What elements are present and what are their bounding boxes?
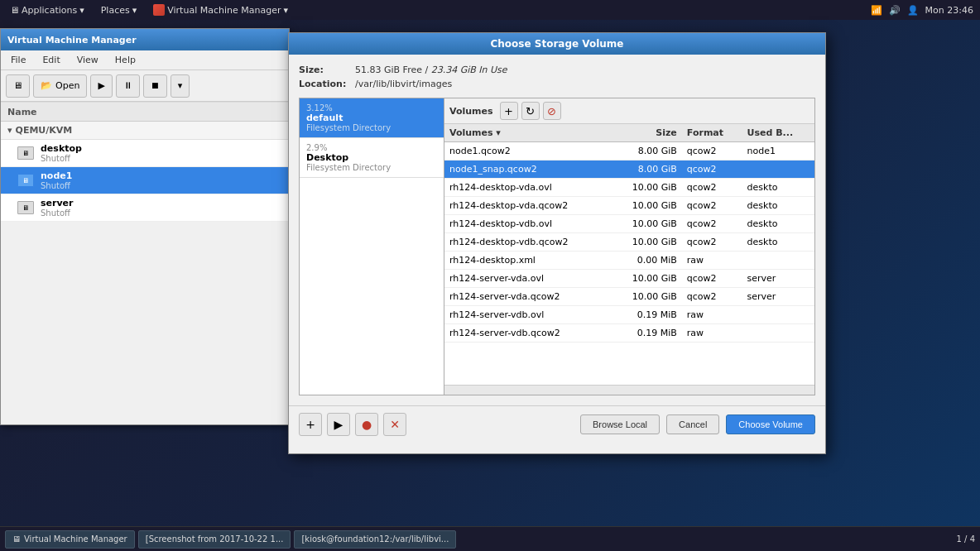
taskbar-screenshot-label: [Screenshot from 2017-10-22 1... xyxy=(146,534,284,544)
vol-format: qcow2 xyxy=(682,288,742,306)
places-menu[interactable]: Places ▾ xyxy=(98,3,141,17)
vm-desktop-info: desktop Shutoff xyxy=(41,143,82,163)
storage-dialog: Choose Storage Volume Size: 51.83 GiB Fr… xyxy=(288,32,826,454)
vol-used: deskto xyxy=(742,215,814,233)
vol-name: rh124-desktop-vda.ovl xyxy=(444,179,611,197)
record-button[interactable]: ● xyxy=(355,413,378,436)
cancel-device-button[interactable]: ✕ xyxy=(383,413,406,436)
vm-node1-name: node1 xyxy=(41,170,72,181)
volumes-data-table: Volumes ▾ Size Format Used B... node1.qc… xyxy=(444,124,814,343)
table-row[interactable]: rh124-desktop-vda.ovl 10.00 GiB qcow2 de… xyxy=(444,179,814,197)
add-volume-button[interactable]: + xyxy=(500,102,518,120)
vol-size: 10.00 GiB xyxy=(611,215,682,233)
clock: Mon 23:46 xyxy=(925,5,973,16)
vm-item-desktop[interactable]: 🖥 desktop Shutoff xyxy=(1,140,289,167)
vmm-window-title: Virtual Machine Manager xyxy=(7,35,137,46)
vol-size: 0.00 MiB xyxy=(611,252,682,270)
scrollbar[interactable] xyxy=(444,385,814,395)
volumes-label: Volumes xyxy=(449,106,493,117)
vol-format: qcow2 xyxy=(682,179,742,197)
dialog-body: Size: 51.83 GiB Free / 23.34 GiB In Use … xyxy=(289,55,825,405)
vol-name: rh124-server-vdb.qcow2 xyxy=(444,324,611,343)
table-row[interactable]: node1.qcow2 8.00 GiB qcow2 node1 xyxy=(444,142,814,161)
taskbar-vmm[interactable]: 🖥 Virtual Machine Manager xyxy=(5,530,135,549)
pause-icon: ⏸ xyxy=(123,80,132,91)
col-header-format[interactable]: Format xyxy=(682,124,742,142)
pool-item-default[interactable]: 3.12% default Filesystem Directory xyxy=(300,98,444,138)
vmm-menu[interactable]: Virtual Machine Manager ▾ xyxy=(150,2,291,17)
vol-format: qcow2 xyxy=(682,215,742,233)
table-header: Volumes ▾ Size Format Used B... xyxy=(444,124,814,142)
vm-desktop-name: desktop xyxy=(41,143,82,154)
menu-edit[interactable]: Edit xyxy=(36,53,66,67)
table-row[interactable]: rh124-desktop.xml 0.00 MiB raw xyxy=(444,252,814,270)
taskbar: 🖥 Virtual Machine Manager [Screenshot fr… xyxy=(0,526,980,551)
applications-arrow: ▾ xyxy=(79,5,84,16)
table-row[interactable]: rh124-desktop-vdb.ovl 10.00 GiB qcow2 de… xyxy=(444,215,814,233)
table-row[interactable]: rh124-server-vdb.ovl 0.19 MiB raw xyxy=(444,306,814,324)
delete-volume-button[interactable]: ⊘ xyxy=(543,102,561,120)
vm-item-server[interactable]: 🖥 server Shutoff xyxy=(1,194,289,222)
vol-format: raw xyxy=(682,252,742,270)
system-bar: 🖥 Applications ▾ Places ▾ Virtual Machin… xyxy=(0,0,980,20)
pool-item-desktop[interactable]: 2.9% Desktop Filesystem Directory xyxy=(300,138,444,178)
browse-local-button[interactable]: Browse Local xyxy=(580,414,660,434)
vol-used: server xyxy=(742,288,814,306)
taskbar-terminal[interactable]: [kiosk@foundation12:/var/lib/libvi... xyxy=(294,530,456,549)
location-label: Location: xyxy=(299,79,348,89)
vmm-window: Virtual Machine Manager File Edit View H… xyxy=(0,28,290,425)
open-button[interactable]: 📂 Open xyxy=(33,74,87,98)
places-arrow: ▾ xyxy=(132,5,137,16)
vm-item-node1[interactable]: 🖥 node1 Shutoff xyxy=(1,167,289,194)
table-row[interactable]: node1_snap.qcow2 8.00 GiB qcow2 xyxy=(444,161,814,179)
vm-desktop-status: Shutoff xyxy=(41,154,82,163)
menu-view[interactable]: View xyxy=(70,53,105,67)
menu-help[interactable]: Help xyxy=(108,53,142,67)
vm-group-arrow: ▾ xyxy=(7,125,12,136)
taskbar-screenshot[interactable]: [Screenshot from 2017-10-22 1... xyxy=(138,530,291,549)
vm-desktop-icon: 🖥 xyxy=(17,146,34,160)
dialog-footer: + ▶ ● ✕ Browse Local Cancel Choose Volum… xyxy=(289,405,825,443)
vol-format: raw xyxy=(682,306,742,324)
run-button[interactable]: ▶ xyxy=(90,74,112,98)
vmm-titlebar: Virtual Machine Manager xyxy=(1,29,289,50)
vol-name: rh124-desktop-vdb.qcow2 xyxy=(444,233,611,252)
table-row[interactable]: rh124-desktop-vda.qcow2 10.00 GiB qcow2 … xyxy=(444,197,814,215)
add-device-button[interactable]: + xyxy=(299,413,322,436)
vm-node1-icon: 🖥 xyxy=(17,174,34,187)
col-header-used[interactable]: Used B... xyxy=(742,124,814,142)
applications-menu[interactable]: 🖥 Applications ▾ xyxy=(7,3,88,17)
refresh-volume-button[interactable]: ↻ xyxy=(521,102,540,120)
choose-volume-button[interactable]: Choose Volume xyxy=(726,414,815,434)
dialog-title: Choose Storage Volume xyxy=(490,38,623,50)
action-buttons: Browse Local Cancel Choose Volume xyxy=(580,414,815,434)
more-icon: ▾ xyxy=(178,80,183,91)
vol-used xyxy=(742,324,814,343)
wifi-icon: 📶 xyxy=(871,5,882,16)
table-row[interactable]: rh124-server-vda.qcow2 10.00 GiB qcow2 s… xyxy=(444,288,814,306)
pause-button[interactable]: ⏸ xyxy=(116,74,140,98)
pool-desktop-percent: 2.9% xyxy=(306,143,437,152)
cancel-button[interactable]: Cancel xyxy=(666,414,719,434)
volumes-table: Volumes ▾ Size Format Used B... node1.qc… xyxy=(444,124,814,385)
vol-size: 0.19 MiB xyxy=(611,306,682,324)
vm-node1-status: Shutoff xyxy=(41,181,72,190)
col-header-size[interactable]: Size xyxy=(611,124,682,142)
vol-format: qcow2 xyxy=(682,142,742,161)
new-vm-button[interactable]: 🖥 xyxy=(6,74,30,98)
table-row[interactable]: rh124-server-vda.ovl 10.00 GiB qcow2 ser… xyxy=(444,270,814,288)
more-button[interactable]: ▾ xyxy=(171,74,190,98)
table-row[interactable]: rh124-desktop-vdb.qcow2 10.00 GiB qcow2 … xyxy=(444,233,814,252)
vol-format: qcow2 xyxy=(682,161,742,179)
menu-file[interactable]: File xyxy=(4,53,32,67)
table-row[interactable]: rh124-server-vdb.qcow2 0.19 MiB raw xyxy=(444,324,814,343)
stop-button[interactable]: ⏹ xyxy=(143,74,167,98)
taskbar-right: 1 / 4 xyxy=(957,534,975,544)
col-header-volumes[interactable]: Volumes ▾ xyxy=(444,124,611,142)
volumes-header: Volumes + ↻ ⊘ xyxy=(444,98,814,124)
play-button[interactable]: ▶ xyxy=(327,413,350,436)
system-bar-right: 📶 🔊 👤 Mon 23:46 xyxy=(871,5,973,16)
vol-used: server xyxy=(742,270,814,288)
vol-used: node1 xyxy=(742,142,814,161)
vm-server-info: server Shutoff xyxy=(41,198,74,218)
